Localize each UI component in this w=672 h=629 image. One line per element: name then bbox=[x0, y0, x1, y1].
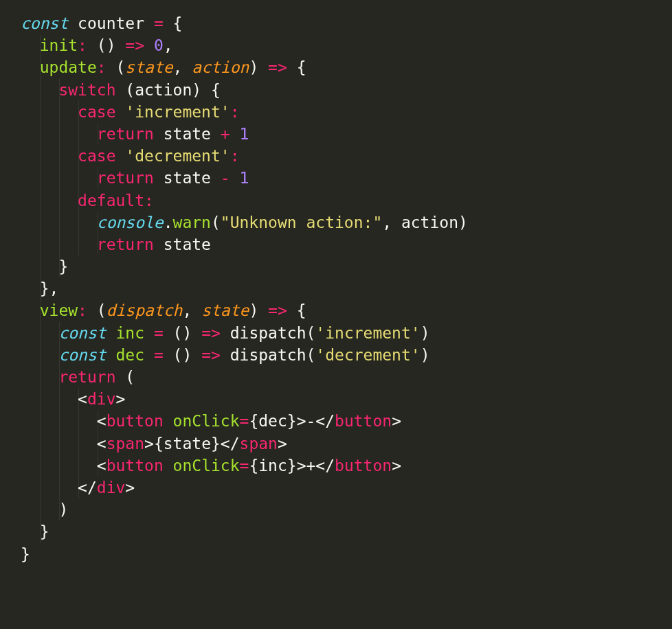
token-kw2: default bbox=[78, 192, 144, 209]
indent-guide bbox=[40, 299, 41, 321]
token-punc bbox=[230, 169, 240, 187]
token-op: : bbox=[78, 301, 87, 319]
indent-guide bbox=[78, 123, 79, 145]
token-punc: ) bbox=[421, 346, 430, 364]
token-punc: ( bbox=[115, 368, 135, 386]
token-punc: ( bbox=[107, 58, 126, 76]
token-op: => bbox=[201, 324, 221, 342]
code-line: </div> bbox=[21, 477, 651, 499]
token-op: : bbox=[230, 103, 240, 121]
token-punc: dispatch( bbox=[221, 324, 315, 342]
token-punc: - bbox=[306, 412, 316, 430]
code-line: } bbox=[21, 255, 651, 277]
token-punc: (action) { bbox=[115, 81, 220, 99]
token-tagp: < bbox=[78, 390, 87, 408]
token-punc: }, bbox=[40, 279, 59, 297]
indent-guide bbox=[40, 34, 41, 56]
token-punc bbox=[107, 324, 116, 342]
code-line: case 'decrement': bbox=[21, 145, 651, 167]
indent-guide bbox=[59, 344, 60, 366]
token-op: => bbox=[201, 346, 221, 364]
indent-guide bbox=[59, 167, 60, 189]
token-tagp: > bbox=[116, 390, 126, 408]
code-line: return state - 1 bbox=[21, 167, 651, 189]
code-block[interactable]: const counter = { init: () => 0, update:… bbox=[21, 12, 651, 565]
token-tagp: > bbox=[392, 412, 401, 430]
token-tag: button bbox=[107, 412, 164, 430]
indent-guide bbox=[40, 477, 41, 499]
indent-guide bbox=[40, 410, 41, 432]
indent-guide bbox=[78, 211, 79, 233]
indent-guide bbox=[78, 410, 79, 432]
indent-guide bbox=[98, 455, 98, 477]
indent-guide bbox=[78, 455, 79, 477]
token-tagp: </ bbox=[221, 435, 240, 453]
token-punc: , action) bbox=[382, 214, 468, 231]
token-punc bbox=[144, 36, 154, 54]
indent-guide bbox=[59, 145, 60, 167]
indent-guide bbox=[40, 277, 41, 299]
token-param: dispatch bbox=[107, 301, 183, 319]
token-punc: { bbox=[164, 14, 183, 32]
token-punc: state bbox=[154, 125, 221, 143]
token-op: => bbox=[268, 58, 287, 76]
indent-guide bbox=[98, 211, 98, 233]
code-line: const counter = { bbox=[21, 12, 651, 34]
indent-guide bbox=[40, 101, 41, 123]
indent-guide bbox=[40, 388, 41, 410]
indent-guide bbox=[98, 433, 98, 455]
indent-guide bbox=[59, 477, 60, 499]
indent-guide bbox=[59, 211, 60, 233]
token-punc: {dec} bbox=[249, 412, 296, 430]
indent-guide bbox=[59, 499, 60, 521]
token-punc bbox=[115, 103, 125, 121]
token-op: = bbox=[154, 14, 164, 32]
token-punc: ) bbox=[421, 324, 430, 342]
code-line: default: bbox=[21, 190, 651, 211]
indent-guide bbox=[40, 167, 41, 189]
token-punc: } bbox=[58, 258, 68, 275]
token-punc bbox=[164, 457, 173, 474]
token-tagp: > bbox=[144, 435, 154, 453]
token-attr: onClick bbox=[173, 412, 240, 430]
token-tagp: </ bbox=[315, 412, 335, 430]
indent-guide bbox=[59, 255, 60, 277]
token-punc: , bbox=[182, 301, 201, 319]
token-punc: counter bbox=[68, 14, 154, 32]
token-kw2: switch bbox=[58, 81, 115, 99]
code-line: <span>{state}</span> bbox=[21, 433, 651, 455]
indent-guide bbox=[40, 322, 41, 344]
token-fn: dec bbox=[116, 346, 145, 364]
token-str: 'decrement' bbox=[125, 147, 229, 165]
indent-guide bbox=[40, 56, 41, 78]
token-punc: ( bbox=[87, 301, 107, 319]
token-param: state bbox=[125, 58, 172, 76]
token-punc: dispatch( bbox=[221, 346, 315, 364]
token-kw2: return bbox=[97, 169, 154, 187]
token-obj: console bbox=[97, 214, 164, 231]
code-line: ) bbox=[21, 499, 651, 521]
token-kw2: case bbox=[78, 103, 115, 121]
indent-guide bbox=[40, 455, 41, 477]
code-line: console.warn("Unknown action:", action) bbox=[21, 211, 651, 233]
indent-guide bbox=[59, 190, 60, 211]
token-tagp: > bbox=[278, 435, 287, 453]
code-line: } bbox=[21, 521, 651, 542]
token-punc: } bbox=[21, 545, 30, 563]
token-tagp: > bbox=[392, 457, 401, 474]
token-punc bbox=[144, 324, 154, 342]
token-punc bbox=[230, 125, 240, 143]
token-op: = bbox=[240, 412, 249, 430]
token-fn: warn bbox=[173, 214, 211, 231]
indent-guide bbox=[40, 499, 41, 521]
indent-guide bbox=[40, 255, 41, 277]
token-punc bbox=[144, 346, 154, 364]
token-punc: { bbox=[287, 301, 306, 319]
token-punc: + bbox=[306, 457, 316, 474]
token-num: 1 bbox=[240, 125, 249, 143]
code-line: <div> bbox=[21, 388, 651, 410]
code-line: const inc = () => dispatch('increment') bbox=[21, 322, 651, 344]
token-tag: button bbox=[335, 457, 392, 474]
token-kw2: return bbox=[97, 125, 154, 143]
token-tagp: </ bbox=[315, 457, 335, 474]
